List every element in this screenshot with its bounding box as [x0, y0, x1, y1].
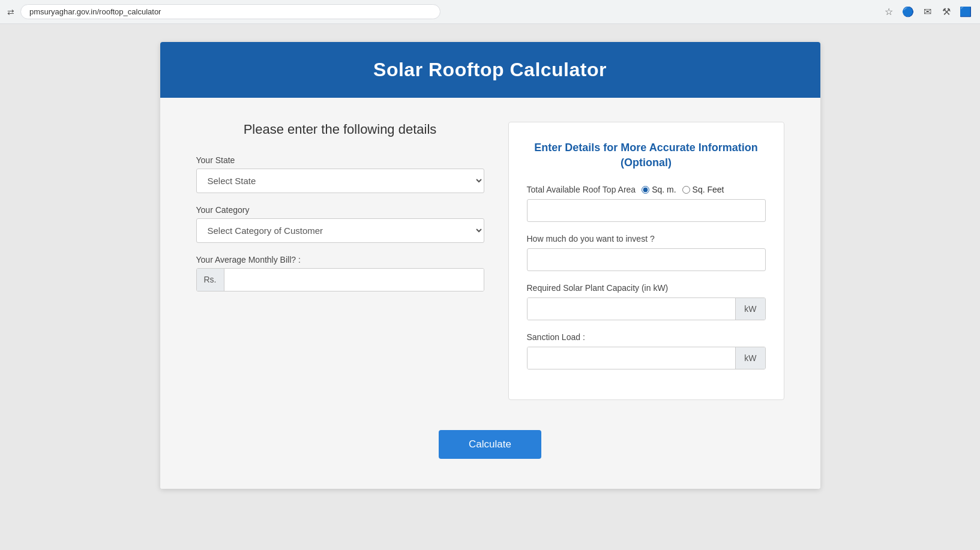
- roof-area-label-row: Total Available Roof Top Area Sq. m. Sq.…: [527, 185, 766, 194]
- sanction-input[interactable]: [528, 347, 736, 369]
- sanction-label: Sanction Load :: [527, 332, 766, 342]
- state-label: Your State: [196, 155, 484, 165]
- roof-area-label: Total Available Roof Top Area: [527, 185, 636, 194]
- roof-unit-sqft-radio[interactable]: [682, 186, 690, 194]
- right-panel-heading: Enter Details for More Accurate Informat…: [527, 140, 766, 170]
- url-bar[interactable]: pmsuryaghar.gov.in/rooftop_calculator: [20, 4, 440, 19]
- left-panel: Please enter the following details Your …: [196, 122, 484, 400]
- calculate-button[interactable]: Calculate: [439, 430, 541, 459]
- category-label: Your Category: [196, 205, 484, 215]
- calculate-section: Calculate: [160, 430, 820, 489]
- calculator-card: Solar Rooftop Calculator Please enter th…: [160, 42, 820, 489]
- sanction-input-wrapper: kW: [527, 347, 766, 369]
- invest-group: How much do you want to invest ?: [527, 234, 766, 271]
- invest-input[interactable]: [527, 248, 766, 271]
- roof-area-input[interactable]: [527, 199, 766, 222]
- invest-label: How much do you want to invest ?: [527, 234, 766, 244]
- capacity-input[interactable]: [528, 298, 736, 320]
- state-group: Your State Select State: [196, 155, 484, 193]
- roof-unit-sqft-label: Sq. Feet: [693, 185, 724, 194]
- category-group: Your Category Select Category of Custome…: [196, 205, 484, 243]
- bill-prefix: Rs.: [197, 269, 224, 291]
- page-wrapper: Solar Rooftop Calculator Please enter th…: [0, 24, 980, 507]
- capacity-input-wrapper: kW: [527, 297, 766, 320]
- bill-input-wrapper: Rs.: [196, 268, 484, 291]
- tabs-icon: ⇄: [7, 7, 14, 17]
- bill-group: Your Average Monthly Bill? : Rs.: [196, 255, 484, 291]
- browser-icons: ☆ 🔵 ✉ ⚒ 🟦: [882, 5, 973, 19]
- roof-unit-sqm-radio[interactable]: [642, 186, 649, 194]
- extension-icon1[interactable]: 🔵: [901, 5, 915, 19]
- extension-icon3[interactable]: ⚒: [939, 5, 954, 19]
- right-panel: Enter Details for More Accurate Informat…: [508, 122, 784, 400]
- capacity-label: Required Solar Plant Capacity (in kW): [527, 283, 766, 293]
- page-title: Solar Rooftop Calculator: [172, 59, 808, 81]
- state-select[interactable]: Select State: [196, 169, 484, 193]
- card-body: Please enter the following details Your …: [160, 98, 820, 430]
- left-panel-heading: Please enter the following details: [196, 122, 484, 137]
- bill-input[interactable]: [224, 269, 484, 291]
- extension-icon4[interactable]: 🟦: [958, 5, 973, 19]
- roof-area-group: Total Available Roof Top Area Sq. m. Sq.…: [527, 185, 766, 222]
- extension-icon2[interactable]: ✉: [920, 5, 934, 19]
- card-header: Solar Rooftop Calculator: [160, 42, 820, 98]
- bill-label: Your Average Monthly Bill? :: [196, 255, 484, 265]
- bookmark-icon[interactable]: ☆: [882, 5, 896, 19]
- sanction-suffix: kW: [735, 347, 765, 369]
- roof-unit-sqft-group: Sq. Feet: [682, 185, 724, 194]
- capacity-group: Required Solar Plant Capacity (in kW) kW: [527, 283, 766, 320]
- category-select[interactable]: Select Category of Customer: [196, 218, 484, 243]
- roof-unit-sqm-label: Sq. m.: [652, 185, 676, 194]
- browser-bar: ⇄ pmsuryaghar.gov.in/rooftop_calculator …: [0, 0, 980, 24]
- sanction-group: Sanction Load : kW: [527, 332, 766, 369]
- capacity-suffix: kW: [735, 298, 765, 320]
- roof-unit-sqm-group: Sq. m.: [642, 185, 676, 194]
